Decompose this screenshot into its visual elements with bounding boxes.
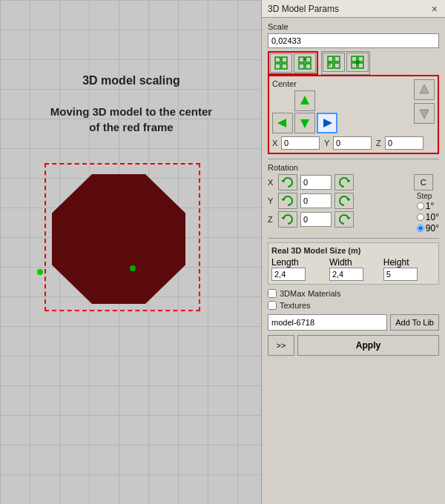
size-header: Real 3D Model Size (m) xyxy=(271,246,435,255)
center-x-group: X xyxy=(272,136,320,150)
panel: 3D Model Params × Scale xyxy=(261,0,445,504)
size-length-input[interactable] xyxy=(271,268,306,281)
step-label: Step xyxy=(417,192,439,200)
svg-marker-25 xyxy=(323,119,332,127)
step-1-row: 1° xyxy=(417,201,439,211)
arrow-empty-tl xyxy=(272,90,293,111)
scale-btn-2[interactable] xyxy=(294,53,316,73)
size-width-col: Width xyxy=(329,257,379,281)
rot-x-input[interactable] xyxy=(300,175,332,190)
apply-button[interactable]: Apply xyxy=(297,335,439,356)
octagon-shape xyxy=(52,174,185,304)
step-90-label: 90° xyxy=(426,223,439,233)
center-arrows-area: Center xyxy=(272,79,337,133)
scale-input[interactable] xyxy=(268,33,439,48)
expand-button[interactable]: >> xyxy=(268,335,294,356)
center-x-input[interactable] xyxy=(281,136,320,150)
svg-marker-35 xyxy=(346,217,351,219)
panel-title: 3D Model Params xyxy=(268,4,339,14)
step-90-radio[interactable] xyxy=(417,225,424,232)
side-up-btn[interactable] xyxy=(414,79,435,100)
center-z-input[interactable] xyxy=(385,136,423,150)
dot-left xyxy=(37,269,43,275)
rotation-section: Rotation X xyxy=(268,163,439,233)
svg-rect-9 xyxy=(306,64,311,69)
canvas-area: 3D model scaling Moving 3D model to the … xyxy=(0,0,263,504)
step-10-row: 10° xyxy=(417,212,439,222)
model-name-input[interactable] xyxy=(268,314,387,331)
scale-label: Scale xyxy=(268,22,439,31)
rot-x-label: X xyxy=(268,178,275,187)
size-cols: Length Width Height xyxy=(271,257,435,281)
size-height-col: Height xyxy=(383,257,435,281)
center-section: Center xyxy=(268,75,439,154)
footer-row: >> Apply xyxy=(268,335,439,356)
svg-marker-23 xyxy=(277,119,286,127)
center-x-label: X xyxy=(272,139,280,147)
size-width-label: Width xyxy=(329,257,352,268)
rot-z-cw-btn[interactable] xyxy=(334,211,354,228)
rot-z-input[interactable] xyxy=(300,212,332,227)
center-y-input[interactable] xyxy=(333,136,372,150)
rot-x-cw-btn[interactable] xyxy=(334,174,354,190)
dot-center xyxy=(130,265,136,271)
rot-y-ccw-btn[interactable] xyxy=(278,193,297,209)
rotation-c-button[interactable]: C xyxy=(414,174,433,190)
center-y-group: Y xyxy=(324,136,372,150)
rotation-x-row: X xyxy=(268,174,411,190)
arrow-empty-tr xyxy=(317,90,337,111)
scale-btn-1[interactable] xyxy=(270,53,292,73)
center-down-btn[interactable] xyxy=(294,113,315,133)
center-xyz-row: X Y Z xyxy=(272,136,435,150)
size-height-input[interactable] xyxy=(383,268,418,281)
rot-z-label: Z xyxy=(268,215,275,224)
size-section: Real 3D Model Size (m) Length Width Heig… xyxy=(268,242,439,285)
svg-rect-8 xyxy=(299,64,304,69)
checkbox-3dmax-label: 3DMax Materials xyxy=(280,289,341,298)
step-90-row: 90° xyxy=(417,223,439,233)
svg-rect-11 xyxy=(328,56,333,62)
rot-y-cw-btn[interactable] xyxy=(334,193,354,209)
svg-marker-33 xyxy=(346,199,351,201)
checkbox-3dmax[interactable] xyxy=(268,289,277,298)
center-up-btn[interactable] xyxy=(294,90,315,111)
scale-btn-3[interactable] xyxy=(323,53,345,72)
scale-section: Scale xyxy=(268,22,439,75)
center-left-btn[interactable] xyxy=(272,113,293,133)
checkbox-textures-label: Textures xyxy=(280,301,311,310)
center-label: Center xyxy=(272,79,337,88)
step-10-label: 10° xyxy=(426,212,439,222)
svg-rect-0 xyxy=(275,57,280,62)
step-1-label: 1° xyxy=(426,201,434,211)
center-z-group: Z xyxy=(376,136,423,150)
bottom-row: Add To Lib xyxy=(268,314,439,331)
scale-icon-group-normal xyxy=(321,51,370,75)
scale-btn-4[interactable] xyxy=(346,53,369,72)
svg-marker-22 xyxy=(300,96,309,105)
center-right-btn[interactable] xyxy=(317,113,337,133)
size-height-label: Height xyxy=(383,257,409,268)
size-length-col: Length xyxy=(271,257,325,281)
checkbox-textures[interactable] xyxy=(268,301,277,310)
scale-icon-group-red xyxy=(268,51,318,75)
canvas-title: 3D model scaling xyxy=(82,74,180,87)
side-arrows xyxy=(414,79,435,124)
add-to-lib-button[interactable]: Add To Lib xyxy=(390,314,439,331)
side-down-btn[interactable] xyxy=(414,103,435,124)
step-1-radio[interactable] xyxy=(417,202,424,210)
svg-point-21 xyxy=(355,60,360,64)
canvas-subtitle: Moving 3D model to the centerof the red … xyxy=(27,104,235,135)
step-10-radio[interactable] xyxy=(417,213,424,221)
rot-x-ccw-btn[interactable] xyxy=(278,174,297,190)
scale-icons-row xyxy=(268,51,439,75)
rot-z-ccw-btn[interactable] xyxy=(278,211,297,228)
svg-marker-30 xyxy=(281,180,286,182)
svg-rect-3 xyxy=(282,64,287,69)
svg-marker-28 xyxy=(420,110,429,119)
rot-y-input[interactable] xyxy=(300,193,332,208)
close-button[interactable]: × xyxy=(430,4,439,14)
step-group: Step 1° 10° 90° xyxy=(417,192,439,233)
size-width-input[interactable] xyxy=(329,268,363,281)
svg-marker-31 xyxy=(346,180,351,182)
svg-rect-1 xyxy=(282,57,287,62)
